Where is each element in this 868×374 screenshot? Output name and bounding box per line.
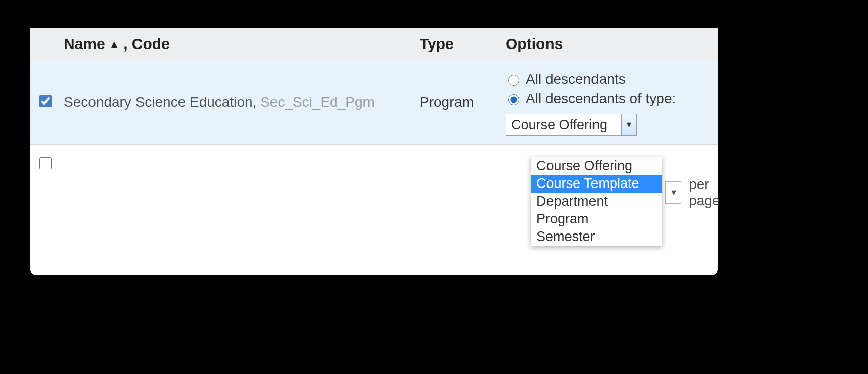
descendant-type-select-value: Course Offering [506, 114, 621, 135]
header-code-label: , Code [123, 35, 170, 52]
dropdown-option[interactable]: Course Offering [531, 157, 662, 175]
descendant-type-select[interactable]: Course Offering ▼ [506, 114, 637, 136]
sort-ascending-icon: ▲ [109, 38, 119, 50]
header-type[interactable]: Type [415, 28, 500, 60]
header-name-label: Name [64, 35, 105, 52]
table-row: Secondary Science Education, Sec_Sci_Ed_… [30, 60, 718, 145]
row-name: Secondary Science Education [64, 94, 253, 110]
row-type: Program [415, 60, 500, 145]
row-checkbox[interactable] [39, 157, 52, 169]
header-checkbox-cell [30, 28, 59, 60]
header-options: Options [500, 28, 718, 60]
per-page-label: per page [689, 176, 726, 209]
chevron-down-icon: ▼ [621, 114, 636, 135]
row-checkbox[interactable] [39, 95, 52, 107]
radio-all-descendants-of-type[interactable] [508, 94, 519, 105]
radio-all-descendants[interactable] [508, 75, 519, 86]
course-table-panel: Name ▲ , Code Type Options Secondary Sci… [30, 28, 718, 275]
label-all-descendants: All descendants [526, 71, 626, 87]
table-header-row: Name ▲ , Code Type Options [30, 28, 718, 60]
dropdown-option[interactable]: Course Template [531, 175, 662, 193]
label-all-descendants-of-type: All descendants of type: [526, 90, 676, 107]
row-code: Sec_Sci_Ed_Pgm [260, 94, 375, 110]
dropdown-option[interactable]: Semester [531, 228, 662, 246]
per-page-select[interactable]: ▼ [665, 181, 681, 204]
chevron-down-icon: ▼ [670, 188, 678, 197]
dropdown-option[interactable]: Program [531, 210, 662, 228]
dropdown-option[interactable]: Department [531, 193, 662, 210]
descendant-type-dropdown[interactable]: Course OfferingCourse TemplateDepartment… [531, 157, 662, 246]
per-page-control: ▼ per page [665, 176, 726, 209]
header-name[interactable]: Name ▲ , Code [59, 28, 415, 60]
